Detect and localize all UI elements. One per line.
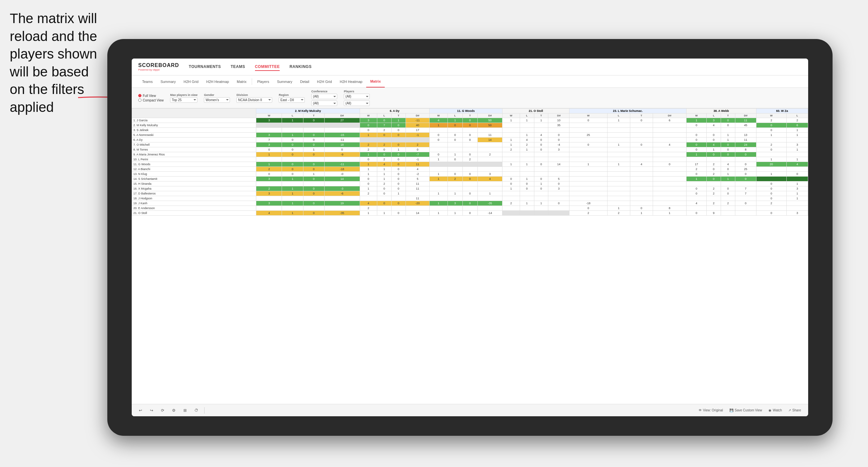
max-players-select[interactable]: Top 25 [170, 97, 197, 103]
sub-nav-matrix[interactable]: Matrix [233, 75, 250, 88]
division-filter: Division NCAA Division II [237, 93, 272, 103]
sub-col-w: W [256, 114, 282, 118]
logo-title: SCOREBOARD [138, 62, 179, 68]
table-row: 2. M Kelly Mulcahy 07040 10050 35 04045 … [132, 123, 808, 128]
sub-col-t: T [303, 114, 324, 118]
nav-teams[interactable]: TEAMS [230, 63, 245, 71]
nav-committee[interactable]: COMMITTEE [255, 63, 280, 71]
share-label: Share [792, 408, 801, 412]
sub-nav-players-matrix[interactable]: Matrix [366, 75, 384, 88]
col-header-schumac: 23. L Marie Schumac. [569, 108, 686, 114]
watch-label: Watch [773, 408, 782, 412]
players-select-1[interactable]: (All) [344, 94, 370, 99]
grid-button[interactable]: ⊞ [182, 407, 189, 414]
player-name-header [132, 108, 256, 118]
conference-filter: Conference (All) (All) [311, 90, 337, 106]
table-row: 16. X Mcgaha 210-3 10011 1003 0207 03 [132, 186, 808, 191]
table-row: 9. A Maria Jimenez Rios 100-9 100-7 0102… [132, 152, 808, 157]
settings-button[interactable]: ⚙ [170, 407, 178, 414]
save-custom-button[interactable]: 💾 Save Custom View [727, 407, 764, 413]
table-row: 5. A Nomrowski 310-15 100-1 00011 140 25… [132, 133, 808, 137]
sub-nav-teams[interactable]: Teams [138, 75, 156, 88]
col-header-mulcahy: 2. M Kelly Mulcahy [256, 108, 360, 114]
full-view-radio[interactable] [138, 94, 142, 97]
sub-nav-divider [252, 79, 252, 85]
region-label: Region [279, 93, 305, 97]
conference-label: Conference [311, 90, 337, 93]
watch-icon: ◉ [769, 408, 771, 412]
share-icon: ↗ [788, 408, 791, 412]
tablet-device: SCOREBOARD Powered by clippd TOURNAMENTS… [107, 39, 833, 436]
table-row: 20. E Andersson 2 0108 [132, 206, 808, 211]
tablet-screen: SCOREBOARD Powered by clippd TOURNAMENTS… [132, 59, 808, 416]
save-custom-label: Save Custom View [735, 408, 762, 412]
sub-nav-h2h-grid[interactable]: H2H Grid [180, 75, 202, 88]
view-original-button[interactable]: 👁 View: Original [696, 407, 725, 413]
col-header-za: 60. W Za [756, 108, 808, 114]
max-players-label: Max players in view [170, 93, 197, 97]
sub-nav-players-summary[interactable]: Summary [273, 75, 296, 88]
table-row: 21. O Stoll 410-35 11014 110-14 2211 09 … [132, 211, 808, 216]
table-row: 14. S Srichantamit 31014 0105 1204 0105 … [132, 177, 808, 182]
sub-col-dif: Dif [324, 114, 360, 118]
nav-bar: SCOREBOARD Powered by clippd TOURNAMENTS… [132, 59, 808, 75]
settings-icon: ⚙ [172, 408, 176, 413]
players-filter: Players (All) (All) [344, 90, 370, 106]
table-row: 11. G Woods 100-11 14011 11014 1140 1724… [132, 162, 808, 167]
nav-tournaments[interactable]: TOURNAMENTS [189, 63, 221, 71]
compact-view-option[interactable]: Compact View [138, 98, 163, 102]
sub-col-l: L [282, 114, 303, 118]
undo-icon: ↩ [139, 408, 142, 413]
view-original-label: View: Original [703, 408, 723, 412]
conference-select-2[interactable]: (All) [311, 100, 337, 106]
sub-nav-detail[interactable]: Detail [296, 75, 313, 88]
bottom-toolbar: ↩ ↪ ⟳ ⚙ ⊞ ⏱ 👁 View: Original [132, 404, 808, 416]
grid-icon: ⊞ [183, 408, 187, 413]
annotation-text: The matrix will reload and the players s… [10, 10, 104, 117]
table-row: 17. D Ballesteros 310-6 201 1101 0207 01 [132, 191, 808, 196]
max-players-filter: Max players in view Top 25 [170, 93, 197, 103]
nav-items: TOURNAMENTS TEAMS COMMITTEE RANKINGS [189, 63, 312, 71]
redo-button[interactable]: ↪ [148, 407, 155, 414]
col-header-woods: 11. G Woods [430, 108, 502, 114]
share-button[interactable]: ↗ Share [786, 407, 803, 413]
division-label: Division [237, 93, 272, 97]
table-row: 6. A Dy 700-11 00014 1400 00111 [132, 137, 808, 143]
table-row: 3. S Jelinek 02017 01 [132, 128, 808, 133]
table-row: 13. N Klug 001-0 110-2 1003 0210 10 [132, 172, 808, 177]
redo-icon: ↪ [150, 408, 153, 413]
full-view-option[interactable]: Full View [138, 94, 163, 98]
logo-sub: Powered by clippd [138, 68, 179, 71]
table-row: 8. M Torres 0010 2010 2103 0108 01 [132, 147, 808, 152]
sub-nav-players[interactable]: Players [253, 75, 273, 88]
col-header-ady: 6. A Dy [360, 108, 429, 114]
compact-view-radio[interactable] [138, 98, 142, 102]
division-select[interactable]: NCAA Division II [237, 97, 272, 103]
watch-button[interactable]: ◉ Watch [767, 407, 784, 413]
region-select[interactable]: East - DII [279, 97, 305, 103]
save-icon: 💾 [730, 408, 733, 412]
table-row: 7. O Mitchell 30018 2202 120-4 0104 0402… [132, 143, 808, 147]
players-select-2[interactable]: (All) [344, 100, 370, 106]
timer-icon: ⏱ [194, 408, 198, 413]
gender-select[interactable]: Women's [204, 97, 230, 103]
region-filter: Region East - DII [279, 93, 305, 103]
filter-bar: Full View Compact View Max players in vi… [132, 88, 808, 108]
sub-nav-summary[interactable]: Summary [156, 75, 180, 88]
gender-label: Gender [204, 93, 230, 97]
timer-button[interactable]: ⏱ [192, 407, 200, 414]
content-area[interactable]: 2. M Kelly Mulcahy 6. A Dy 11. G Woods 2… [132, 108, 808, 404]
logo: SCOREBOARD Powered by clippd [138, 62, 179, 71]
sub-nav-h2h-heatmap[interactable]: H2H Heatmap [202, 75, 233, 88]
table-row: 12. A Bianchi 200-18 1104 20025 [132, 167, 808, 172]
nav-rankings[interactable]: RANKINGS [289, 63, 312, 71]
undo-button[interactable]: ↩ [137, 407, 144, 414]
table-row: 19. J Kanh 31019 400-20 130-35 2110 -18 … [132, 201, 808, 206]
sub-nav-players-h2h-grid[interactable]: H2H Grid [313, 75, 336, 88]
table-row: 18. J Hodgson 11 01 [132, 196, 808, 201]
sub-nav: Teams Summary H2H Grid H2H Heatmap Matri… [132, 75, 808, 88]
gender-filter: Gender Women's [204, 93, 230, 103]
sub-nav-players-h2h-heatmap[interactable]: H2H Heatmap [336, 75, 367, 88]
refresh-button[interactable]: ⟳ [159, 407, 166, 414]
conference-select-1[interactable]: (All) [311, 94, 337, 99]
